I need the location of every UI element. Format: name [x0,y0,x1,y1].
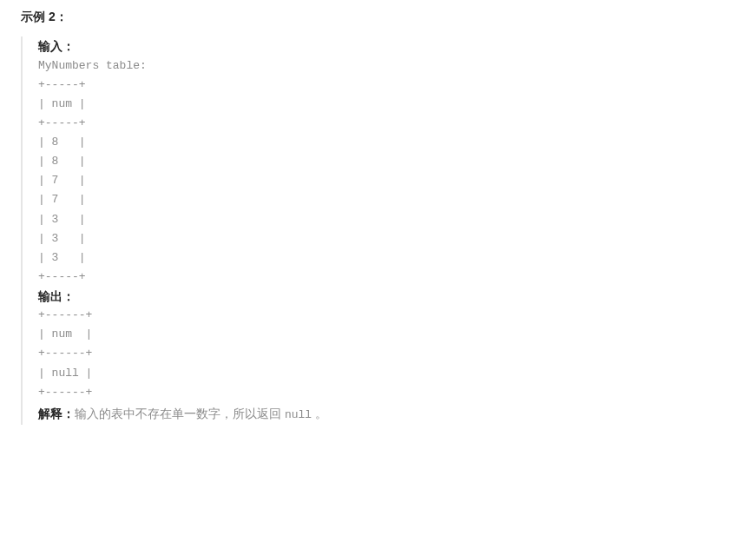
input-code: MyNumbers table: +-----+ | num | +-----+… [38,56,756,287]
example-block: 输入： MyNumbers table: +-----+ | num | +--… [21,36,756,424]
explanation-text: 输入的表中不存在单一数字，所以返回 [75,407,285,420]
explanation-section: 解释：输入的表中不存在单一数字，所以返回 null 。 [38,404,756,425]
output-section: 输出： +------+ | num | +------+ | null | +… [38,287,756,402]
output-label: 输出： [38,289,75,303]
input-label: 输入： [38,39,75,53]
output-code: +------+ | num | +------+ | null | +----… [38,306,756,401]
explanation-suffix: 。 [312,407,327,420]
example-heading: 示例 2： [21,7,756,26]
explanation-code: null [285,408,312,421]
explanation-label: 解释： [38,407,75,420]
example-container: 示例 2： 输入： MyNumbers table: +-----+ | num… [0,0,756,442]
input-section: 输入： MyNumbers table: +-----+ | num | +--… [38,36,756,287]
